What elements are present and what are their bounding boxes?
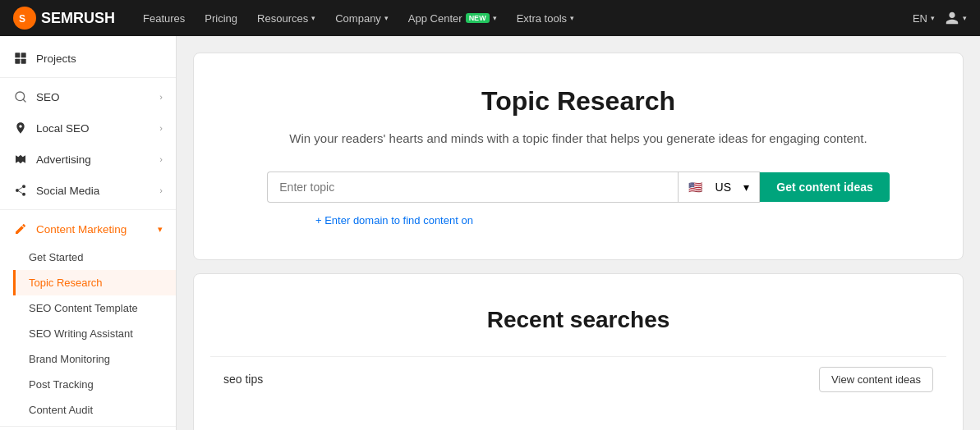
chevron-down-icon: ▾: [743, 181, 749, 194]
svg-text:S: S: [19, 13, 25, 25]
sidebar-label-advertising: Advertising: [36, 153, 91, 166]
recent-searches-card: Recent searches seo tips View content id…: [193, 273, 964, 431]
sidebar-item-local-seo[interactable]: Local SEO ›: [0, 112, 176, 144]
sidebar-divider: [0, 209, 176, 210]
svg-point-10: [22, 193, 25, 196]
user-menu[interactable]: ▾: [945, 11, 967, 25]
nav-app-center[interactable]: App Center NEW ▾: [400, 7, 505, 30]
chevron-right-icon: ›: [159, 154, 163, 164]
domain-link[interactable]: + Enter domain to find content on: [315, 214, 841, 226]
local-seo-icon: [13, 121, 28, 135]
logo-text: SEMRUSH: [41, 10, 115, 27]
chevron-right-icon: ›: [159, 185, 163, 195]
nav-company[interactable]: Company ▾: [327, 7, 397, 30]
user-icon: [945, 11, 959, 25]
sidebar-label-social-media: Social Media: [36, 185, 99, 197]
recent-searches-title: Recent searches: [210, 307, 946, 333]
main-content: Topic Research Win your readers' hearts …: [177, 36, 980, 430]
nav-pricing[interactable]: Pricing: [196, 7, 246, 30]
chevron-down-icon: ▾: [384, 14, 389, 22]
hero-subtitle: Win your readers' hearts and minds with …: [210, 130, 946, 149]
advertising-icon: [13, 152, 28, 167]
sidebar-label-seo: SEO: [36, 91, 60, 103]
sidebar-item-content-marketing[interactable]: Content Marketing ▾: [0, 213, 176, 245]
chevron-down-icon: ▾: [570, 14, 574, 22]
nav-extra-tools[interactable]: Extra tools ▾: [508, 7, 582, 30]
sidebar-sub-topic-research[interactable]: Topic Research: [13, 270, 176, 295]
svg-rect-5: [21, 59, 26, 64]
sidebar-sub-content-audit[interactable]: Content Audit: [13, 397, 176, 423]
chevron-down-icon: ▾: [963, 14, 967, 22]
projects-icon: [13, 51, 28, 66]
svg-line-7: [23, 99, 25, 102]
nav-resources[interactable]: Resources ▾: [249, 7, 324, 30]
sidebar: Projects SEO › Local SEO ›: [0, 36, 177, 430]
sidebar-label-local-seo: Local SEO: [36, 122, 90, 135]
sidebar-divider: [0, 426, 176, 427]
domain-link-text: + Enter domain to find content on: [315, 214, 473, 226]
logo[interactable]: S SEMRUSH: [13, 7, 115, 30]
nav-features[interactable]: Features: [135, 7, 193, 30]
country-flag: 🇺🇸: [688, 181, 702, 194]
get-content-ideas-button[interactable]: Get content ideas: [760, 172, 889, 202]
topic-research-card: Topic Research Win your readers' hearts …: [193, 53, 964, 260]
chevron-down-icon: ▾: [311, 14, 315, 22]
svg-line-11: [19, 191, 23, 194]
content-marketing-icon: [13, 222, 28, 236]
sidebar-sub-post-tracking[interactable]: Post Tracking: [13, 372, 176, 397]
country-label: US: [715, 181, 731, 194]
svg-point-9: [16, 189, 19, 192]
sidebar-sub-brand-monitoring[interactable]: Brand Monitoring: [13, 346, 176, 372]
chevron-right-icon: ›: [159, 92, 163, 102]
content-marketing-sub: Get Started Topic Research SEO Content T…: [0, 245, 176, 423]
sidebar-sub-seo-writing-assistant[interactable]: SEO Writing Assistant: [13, 321, 176, 346]
chevron-down-icon: ▾: [158, 224, 163, 235]
recent-search-row: seo tips View content ideas: [210, 356, 946, 402]
chevron-down-icon: ▾: [493, 14, 497, 22]
top-navigation: S SEMRUSH Features Pricing Resources ▾ C…: [0, 0, 980, 36]
sidebar-item-projects[interactable]: Projects: [0, 43, 176, 74]
sidebar-sub-seo-content-template[interactable]: SEO Content Template: [13, 295, 176, 321]
svg-rect-4: [15, 59, 20, 64]
sidebar-item-advertising[interactable]: Advertising ›: [0, 144, 176, 175]
sidebar-item-social-media[interactable]: Social Media ›: [0, 175, 176, 206]
view-content-ideas-button[interactable]: View content ideas: [819, 367, 933, 392]
nav-items: Features Pricing Resources ▾ Company ▾ A…: [135, 7, 893, 30]
chevron-right-icon: ›: [159, 123, 163, 133]
language-selector[interactable]: EN ▾: [913, 12, 935, 25]
svg-point-8: [22, 185, 25, 188]
new-badge: NEW: [466, 13, 490, 23]
page-title: Topic Research: [210, 86, 946, 117]
nav-right: EN ▾ ▾: [913, 11, 967, 25]
social-media-icon: [13, 183, 28, 198]
svg-rect-3: [21, 53, 26, 57]
chevron-down-icon: ▾: [931, 14, 935, 22]
sidebar-item-seo[interactable]: SEO ›: [0, 81, 176, 112]
topic-input[interactable]: [267, 172, 678, 203]
sidebar-sub-get-started[interactable]: Get Started: [13, 245, 176, 270]
search-term: seo tips: [223, 373, 263, 386]
topic-input-wrapper: [267, 172, 678, 203]
country-selector[interactable]: 🇺🇸 US ▾: [678, 172, 760, 203]
svg-line-12: [19, 187, 23, 190]
search-row: 🇺🇸 US ▾ Get content ideas: [210, 172, 946, 203]
svg-rect-2: [15, 53, 20, 57]
sidebar-label-projects: Projects: [36, 53, 76, 65]
sidebar-divider: [0, 77, 176, 78]
seo-icon: [13, 89, 28, 104]
sidebar-label-content-marketing: Content Marketing: [36, 223, 127, 236]
